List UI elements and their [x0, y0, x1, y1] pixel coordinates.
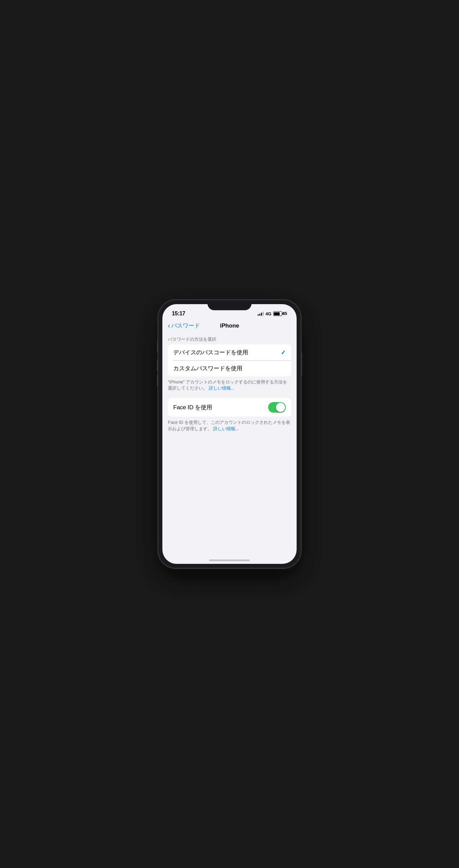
back-button[interactable]: ‹ パスワード	[168, 322, 200, 330]
faceid-footer-link[interactable]: 詳しい情報...	[213, 426, 239, 431]
faceid-footer: Face ID を使用して、このアカウントのロックされたメモを表示および管理しま…	[162, 417, 297, 438]
status-time: 15:17	[172, 311, 185, 317]
custom-password-label: カスタムパスワードを使用	[173, 364, 242, 372]
passcode-option-label: デバイスのパスコードを使用	[173, 349, 248, 356]
passcode-option[interactable]: デバイスのパスコードを使用 ✓	[168, 344, 291, 360]
status-icons: 4G 85	[258, 311, 287, 316]
faceid-toggle-item: Face ID を使用	[168, 398, 291, 417]
password-section-footer: "iPhone" アカウントのメモをロックするのに使用する方法を選択してください…	[162, 376, 297, 398]
back-chevron-icon: ‹	[168, 322, 170, 329]
faceid-label: Face ID を使用	[173, 403, 212, 411]
phone-screen: 15:17 4G 85 ‹	[162, 304, 297, 564]
checkmark-icon: ✓	[281, 349, 286, 356]
toggle-knob	[276, 403, 285, 412]
signal-icon	[258, 312, 264, 316]
password-footer-link[interactable]: 詳しい情報...	[209, 386, 235, 391]
home-indicator	[209, 559, 250, 561]
faceid-toggle[interactable]	[268, 402, 286, 413]
phone-device: 15:17 4G 85 ‹	[158, 300, 301, 568]
battery-icon: 85	[273, 311, 287, 316]
password-options-list: デバイスのパスコードを使用 ✓ カスタムパスワードを使用	[168, 344, 291, 376]
navigation-bar: ‹ パスワード iPhone	[162, 319, 297, 334]
password-section-header: パスワードの方法を選択	[162, 336, 297, 344]
network-type: 4G	[265, 311, 271, 316]
custom-password-option[interactable]: カスタムパスワードを使用	[168, 360, 291, 376]
content-area: パスワードの方法を選択 デバイスのパスコードを使用 ✓ カスタムパスワードを使用…	[162, 334, 297, 441]
faceid-section: Face ID を使用	[168, 398, 291, 417]
notch	[207, 300, 252, 310]
back-label: パスワード	[171, 322, 200, 330]
page-title: iPhone	[220, 322, 239, 329]
battery-percent: 85	[283, 311, 287, 316]
